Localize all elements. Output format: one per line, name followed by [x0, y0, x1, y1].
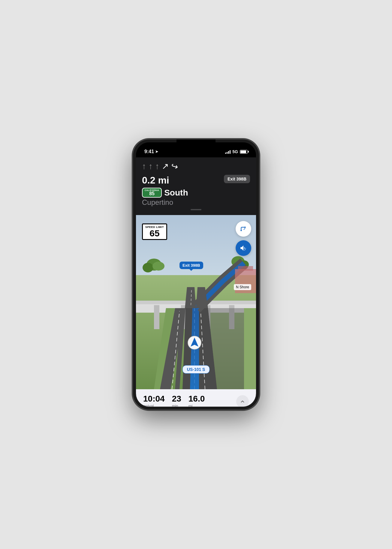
- signal-bar-1: [225, 153, 226, 154]
- expand-button[interactable]: [236, 395, 249, 407]
- signal-bars: [225, 150, 231, 154]
- route-icon: [240, 225, 247, 233]
- us101-route-label: US-101 S: [182, 365, 210, 374]
- lane-arrow-5-active: ↪: [170, 162, 179, 171]
- minutes-value: 23: [172, 395, 181, 403]
- svg-point-3: [143, 263, 153, 272]
- network-type: 5G: [232, 149, 238, 154]
- svg-point-4: [152, 262, 164, 271]
- phone-screen: 9:41 ➤ 5G ↑ ↑: [136, 142, 256, 407]
- battery-fill: [240, 150, 246, 153]
- lane-arrows: ↑ ↑ ↑ ↗ ↪: [142, 161, 250, 171]
- signal-bar-4: [230, 150, 231, 154]
- route-badge-number: 85: [149, 191, 155, 196]
- distance-display: 0.2 mi: [142, 175, 169, 186]
- lane-arrow-4-active: ↗: [162, 162, 169, 171]
- phone-device: 9:41 ➤ 5G ↑ ↑: [133, 139, 259, 410]
- route-overview-button[interactable]: [236, 221, 251, 237]
- status-right: 5G: [225, 149, 248, 154]
- notch: [176, 139, 216, 149]
- time-display: 9:41: [144, 149, 154, 154]
- arrival-time-value: 10:04: [143, 395, 165, 403]
- minutes-label: min: [172, 404, 178, 407]
- sound-icon: [240, 244, 247, 252]
- exit-badge: Exit 398B: [224, 175, 250, 183]
- svg-marker-25: [244, 308, 256, 389]
- route-destination: Cupertino: [142, 198, 250, 207]
- signal-bar-2: [227, 152, 228, 154]
- distance-item: 16.0 mi: [188, 395, 205, 407]
- map-area[interactable]: SPEED LIMIT 65: [136, 215, 256, 389]
- speed-limit-number: 65: [145, 229, 164, 238]
- svg-rect-9: [154, 305, 159, 329]
- route-direction: South: [164, 188, 188, 198]
- distance-row: 0.2 mi Exit 398B: [142, 175, 250, 186]
- svg-rect-27: [238, 266, 253, 271]
- map-exit-label: Exit 398B: [179, 262, 203, 269]
- location-icon: ➤: [155, 150, 158, 154]
- route-badge: CALIFORNIA 85: [142, 188, 162, 198]
- arrival-label: arrival: [143, 404, 154, 407]
- arrival-time-item: 10:04 arrival: [143, 395, 165, 407]
- road-scene: SPEED LIMIT 65: [136, 215, 256, 389]
- minutes-item: 23 min: [172, 395, 181, 407]
- distance-label: mi: [188, 404, 193, 407]
- chevron-up-icon: [240, 399, 245, 404]
- bottom-panel: 10:04 arrival 23 min 16.0 mi: [136, 389, 256, 407]
- sound-button[interactable]: [236, 240, 251, 256]
- n-shore-label: N Shore: [234, 284, 251, 290]
- distance-value: 16.0: [188, 395, 205, 403]
- speed-limit-sign: SPEED LIMIT 65: [142, 223, 167, 240]
- lane-arrow-2: ↑: [149, 162, 153, 171]
- battery-indicator: [240, 150, 248, 154]
- lane-arrow-3: ↑: [155, 162, 159, 171]
- signal-bar-3: [228, 151, 229, 154]
- lane-arrow-1: ↑: [142, 162, 146, 171]
- route-info: CALIFORNIA 85 South: [142, 188, 250, 198]
- drag-handle[interactable]: [191, 209, 201, 210]
- road-svg: [136, 215, 256, 389]
- status-time: 9:41 ➤: [144, 149, 158, 154]
- nav-header: ↑ ↑ ↑ ↗ ↪ 0.2 mi Exit 398B CALIFORNIA 85…: [136, 157, 256, 215]
